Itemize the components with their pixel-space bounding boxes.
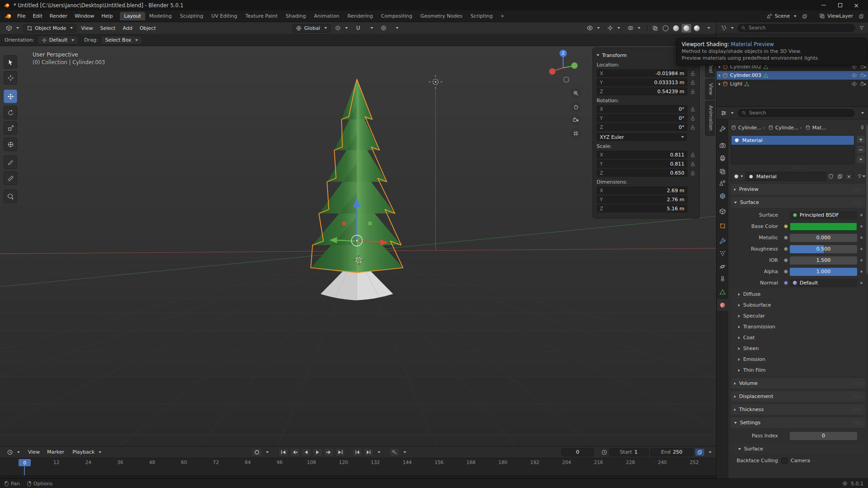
timeline-options-dropdown[interactable] — [706, 450, 712, 454]
render-visibility-icon[interactable] — [860, 81, 866, 87]
menu-item[interactable]: File — [14, 12, 29, 21]
drag-mode-dropdown[interactable]: Select Box — [101, 36, 142, 44]
value-field[interactable]: Z 5.16 m — [597, 204, 688, 213]
shading-rendered-button[interactable] — [692, 24, 702, 33]
remove-slot-button[interactable]: − — [856, 145, 865, 154]
visibility-dropdown[interactable] — [583, 24, 603, 32]
pan-button[interactable] — [570, 101, 581, 112]
normal-dropdown[interactable]: Default — [790, 279, 857, 287]
workspace-tab[interactable]: Modeling — [145, 12, 176, 20]
transform-orientation-dropdown[interactable]: Global — [292, 24, 330, 33]
properties-search-input[interactable]: Search — [738, 109, 855, 117]
xray-toggle[interactable] — [650, 24, 660, 33]
animate-decorator[interactable] — [860, 248, 863, 250]
timeline-menu-item[interactable]: View — [24, 448, 43, 456]
jump-to-end-button[interactable] — [335, 448, 345, 456]
tab-tool[interactable] — [717, 123, 728, 134]
frame-start-field[interactable]: Start 1 — [609, 448, 649, 456]
panel-surface[interactable]: Surface :::: — [731, 197, 865, 208]
lock-icon[interactable] — [690, 161, 696, 167]
outliner-row[interactable]: Cylinder.003 — [716, 71, 868, 80]
panel-header[interactable]: Volume :::: — [731, 378, 865, 389]
workspace-tab[interactable]: Scripting — [466, 12, 497, 20]
jump-to-start-button[interactable] — [279, 448, 289, 456]
subpanel-header[interactable]: Coat — [731, 332, 865, 343]
tool-add-primitive[interactable] — [4, 190, 17, 203]
add-slot-button[interactable]: + — [856, 135, 865, 144]
workspace-tab[interactable]: Shading — [282, 12, 310, 20]
subpanel-header[interactable]: Sheen — [731, 343, 865, 354]
tab-physics[interactable] — [717, 261, 728, 272]
viewlayer-selector[interactable]: ViewLayer — [816, 12, 856, 20]
play-reverse-button[interactable] — [301, 448, 311, 456]
shading-material-preview-button[interactable] — [682, 24, 691, 33]
workspace-tab[interactable]: Sculpting — [176, 12, 207, 20]
lock-icon[interactable] — [690, 124, 696, 130]
timeline-ruler[interactable]: 0122436486072849610812013214415616818019… — [0, 458, 716, 479]
material-name-field[interactable]: Material — [746, 172, 826, 181]
value-field[interactable]: Z 0° — [597, 123, 688, 131]
close-button[interactable]: × — [848, 0, 864, 10]
keying-set-button[interactable] — [389, 448, 399, 456]
value-field[interactable]: Y 2.76 m — [597, 195, 688, 204]
hide-eye-icon[interactable] — [851, 81, 857, 87]
sidebar-tab[interactable]: Animation — [705, 101, 715, 135]
subpanel-header[interactable]: Subsurface — [731, 300, 865, 310]
minimize-button[interactable] — [816, 0, 832, 10]
roughness-slider[interactable]: 0.500 — [790, 245, 857, 253]
outliner-editor-type-button[interactable] — [719, 24, 735, 32]
settings-surface-subpanel[interactable]: Surface — [731, 444, 865, 454]
outliner-search-input[interactable]: Search — [737, 24, 855, 32]
expand-icon[interactable] — [719, 66, 721, 68]
editor-type-button[interactable] — [3, 24, 22, 32]
tool-annotate[interactable] — [4, 156, 17, 169]
animate-decorator[interactable] — [860, 259, 863, 261]
lock-icon[interactable] — [690, 170, 696, 176]
pin-icon[interactable] — [859, 125, 865, 131]
shader-dropdown[interactable]: Principled BSDF — [790, 211, 857, 219]
frame-back-button[interactable] — [352, 448, 362, 456]
add-workspace-button[interactable]: + — [497, 12, 508, 21]
tab-object-data[interactable] — [717, 286, 728, 298]
lock-icon[interactable] — [690, 80, 696, 85]
properties-options-button[interactable] — [858, 109, 866, 117]
gizmo-plane-x[interactable] — [342, 222, 346, 225]
animate-decorator[interactable] — [860, 225, 863, 227]
pass-index-field[interactable]: 0 — [790, 432, 857, 440]
resize-grip[interactable]: :::: — [731, 165, 865, 171]
zoom-button[interactable] — [570, 88, 581, 99]
timecode-clock-icon[interactable] — [601, 449, 607, 455]
viewport-3d[interactable]: Z User Perspective (0) Collection | Cyli… — [0, 46, 716, 446]
outliner-row[interactable]: Light — [716, 80, 868, 88]
animate-decorator[interactable] — [860, 214, 863, 216]
snap-toggle[interactable] — [352, 24, 365, 32]
animate-decorator[interactable] — [860, 270, 863, 273]
workspace-tab[interactable]: Geometry Nodes — [416, 12, 466, 20]
mode-dropdown[interactable]: Object Mode — [23, 24, 76, 33]
animate-decorator[interactable] — [860, 237, 863, 239]
material-slot-row[interactable]: Material — [731, 136, 854, 145]
menu-item[interactable]: Edit — [29, 12, 46, 21]
backface-culling-checkbox[interactable] — [782, 458, 787, 464]
value-field[interactable]: Z 0.650 — [597, 169, 688, 177]
frame-forward-button[interactable] — [364, 448, 374, 456]
rotation-mode-dropdown[interactable]: XYZ Euler — [597, 133, 687, 141]
fake-user-button[interactable] — [826, 172, 835, 181]
material-slot-list[interactable]: Material — [731, 135, 854, 164]
value-field[interactable]: Z 0.54239 m — [597, 87, 688, 95]
shading-wireframe-button[interactable] — [661, 24, 670, 33]
camera-view-button[interactable] — [570, 114, 581, 125]
sync-button[interactable] — [695, 448, 705, 456]
lock-icon[interactable] — [690, 106, 696, 112]
next-keyframe-button[interactable] — [324, 448, 334, 456]
panel-preview[interactable]: Preview :::: — [731, 184, 865, 194]
viewport-menu-item[interactable]: Object — [136, 24, 160, 32]
new-material-button[interactable] — [835, 172, 844, 181]
workspace-tab[interactable]: Compositing — [377, 12, 417, 20]
tool-transform[interactable] — [4, 137, 17, 151]
render-visibility-icon[interactable] — [860, 72, 866, 78]
new-scene-button[interactable] — [801, 12, 809, 20]
frame-step-dropdown[interactable] — [375, 450, 381, 454]
axis-x-handle[interactable] — [549, 68, 555, 75]
tab-scene[interactable] — [717, 177, 728, 189]
